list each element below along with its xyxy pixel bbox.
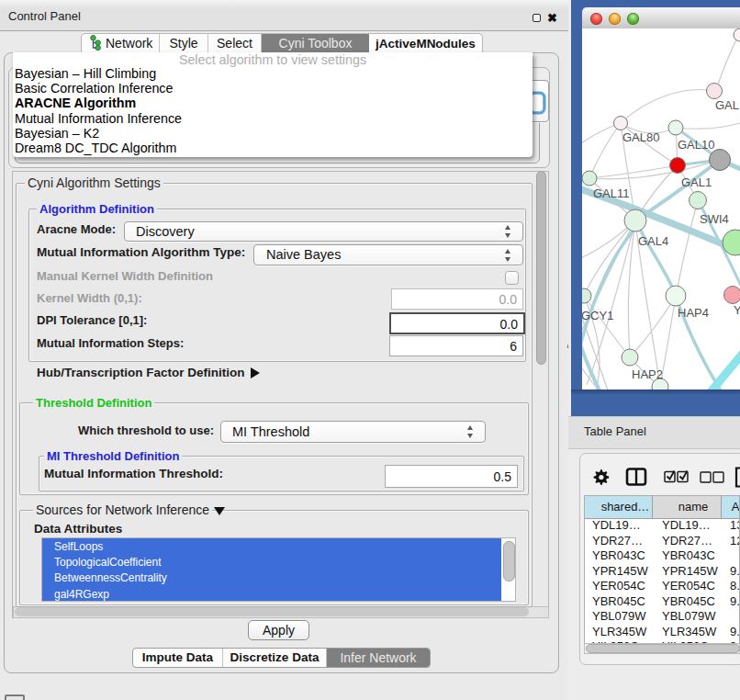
svg-text:GAL80: GAL80 <box>622 130 659 144</box>
svg-text:GCY1: GCY1 <box>582 309 613 322</box>
svg-text:Y: Y <box>734 303 740 317</box>
svg-text:GAL10: GAL10 <box>678 138 714 152</box>
svg-text:HAP2: HAP2 <box>632 367 663 381</box>
svg-text:HAP4: HAP4 <box>678 306 709 320</box>
svg-text:GAL11: GAL11 <box>593 186 630 200</box>
svg-text:GAL: GAL <box>715 98 739 112</box>
svg-text:SWI4: SWI4 <box>700 212 729 226</box>
svg-text:GAL4: GAL4 <box>638 234 668 248</box>
svg-text:GAL1: GAL1 <box>681 175 712 189</box>
